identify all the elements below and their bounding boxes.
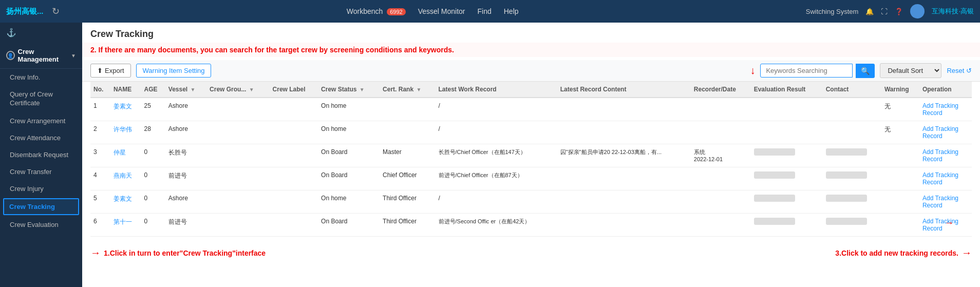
fullscreen-icon[interactable]: ⛶ [881,8,888,15]
col-latest-content: Latest Record Content [557,82,691,98]
cell-warning [881,144,919,167]
annotation-banner: 2. If there are many documents, you can … [82,43,980,57]
sort-select[interactable]: Default Sort [880,63,941,78]
cell-crew-label [270,167,318,190]
keywords-search-input[interactable] [760,64,853,78]
crew-name-link[interactable]: 姜素文 [114,195,132,202]
cell-no: 1 [90,98,110,121]
sidebar-item-crew-transfer[interactable]: Crew Transfer [0,163,82,180]
cell-crew-group [206,121,270,144]
search-area: ↓ 🔍 [750,64,875,78]
sidebar-item-crew-evaluation[interactable]: Crew Evaluation [0,216,82,233]
arrow-down-annotation: ↓ [750,65,755,76]
cell-latest-content [557,167,691,190]
cell-cert-rank: Chief Officer [380,167,435,190]
cell-crew-label [270,121,318,144]
table-header-row: No. NAME AGE Vessel ▼ Crew Grou... ▼ Cre… [90,82,972,98]
table-row: 4 燕南天 0 前进号 On Board Chief Officer 前进号/C… [90,167,972,190]
sidebar-item-crew-injury[interactable]: Crew Injury [0,180,82,197]
reset-button[interactable]: Reset ↺ [947,67,972,74]
cell-name: 燕南天 [110,167,141,190]
cell-name: 仲星 [110,144,141,167]
nav-vessel-monitor[interactable]: Vessel Monitor [418,7,465,15]
cell-crew-group [206,214,270,237]
cell-operation: Add TrackingRecord [919,144,972,167]
table-row: 1 姜素文 25 Ashore On home / 无 [90,98,972,121]
cell-crew-status: On Board [318,167,380,190]
col-age: AGE [141,82,165,98]
blurred-contact [826,171,867,179]
col-warning: Warning [881,82,919,98]
cell-eval-result [751,214,823,237]
cell-vessel: 长胜号 [165,144,206,167]
search-button[interactable]: 🔍 [856,64,875,78]
add-tracking-record-button[interactable]: Add TrackingRecord [922,102,958,117]
annotation-add-text: 3.Click to add new tracking records. [835,249,958,257]
nav-help[interactable]: Help [504,7,519,15]
cell-recorder-date: 系统2022-12-01 [691,144,751,167]
cell-no: 6 [90,214,110,237]
annotation-click-text: 1.Click in turn to enter"Crew Tracking"i… [104,249,266,257]
warning-item-setting-button[interactable]: Warning Item Setting [136,64,212,78]
col-cert-rank: Cert. Rank ▼ [380,82,435,98]
cell-recorder-date [691,214,751,237]
export-button[interactable]: ⬆ Export [90,64,131,78]
sidebar-item-disembark-request[interactable]: Disembark Request [0,146,82,163]
sidebar-crew-management[interactable]: 👤 Crew Management ▼ [0,43,82,69]
blurred-contact [826,195,867,202]
add-tracking-record-button-last[interactable]: Add TrackingRecord → [922,218,958,232]
user-icon: 👤 [6,51,15,60]
back-button[interactable]: ↻ [52,6,60,17]
cell-warning [881,167,919,190]
main-layout: ⚓ 👤 Crew Management ▼ Crew Info. Query o… [0,23,980,287]
cell-latest-content [557,98,691,121]
cell-cert-rank [380,121,435,144]
bell-icon[interactable]: 🔔 [865,8,874,15]
add-tracking-record-button[interactable]: Add TrackingRecord [922,125,958,140]
blurred-eval [754,171,795,179]
cell-cert-rank: Third Officer [380,214,435,237]
sidebar-item-crew-info[interactable]: Crew Info. [0,69,82,86]
cell-vessel: 前进号 [165,214,206,237]
add-tracking-record-button[interactable]: Add TrackingRecord [922,171,958,186]
crew-name-link[interactable]: 燕南天 [114,172,132,179]
main-content: Crew Tracking 2. If there are many docum… [82,23,980,287]
blurred-eval [754,195,795,202]
page-title: Crew Tracking [82,23,980,43]
col-no: No. [90,82,110,98]
cell-crew-label [270,98,318,121]
nav-find[interactable]: Find [478,7,492,15]
add-tracking-record-button[interactable]: Add TrackingRecord [922,148,958,163]
cell-age: 28 [141,121,165,144]
blurred-eval [754,148,795,156]
sidebar-item-crew-tracking[interactable]: Crew Tracking [3,198,79,215]
cell-operation: Add TrackingRecord → [919,214,972,237]
cell-warning [881,214,919,237]
sidebar-item-crew-attendance[interactable]: Crew Attendance [0,129,82,146]
sidebar-item-query-crew-cert[interactable]: Query of Crew Certificate [0,86,82,112]
cell-crew-group [206,144,270,167]
sidebar: ⚓ 👤 Crew Management ▼ Crew Info. Query o… [0,23,82,287]
sidebar-item-crew-arrangement[interactable]: Crew Arrangement [0,112,82,129]
col-name: NAME [110,82,141,98]
question-icon[interactable]: ❓ [895,8,903,15]
col-contact: Contact [823,82,881,98]
brand-logo: 扬州高银... [6,7,44,16]
crew-name-link[interactable]: 姜素文 [114,103,132,110]
cell-crew-group [206,98,270,121]
crew-name-link[interactable]: 仲星 [114,149,126,156]
crew-name-link[interactable]: 第十一 [114,218,132,225]
nav-workbench[interactable]: Workbench 6992 [347,7,406,15]
switch-system-button[interactable]: Switching System [806,8,859,15]
sidebar-header-label: Crew Management [18,48,71,63]
col-vessel: Vessel ▼ [165,82,206,98]
cell-no: 4 [90,167,110,190]
chevron-down-icon: ▼ [71,53,76,59]
cell-crew-status: On home [318,121,380,144]
add-tracking-record-button[interactable]: Add TrackingRecord [922,195,958,209]
table-row: 6 第十一 0 前进号 On Board Third Officer 前进号/S… [90,214,972,237]
crew-name-link[interactable]: 许华伟 [114,126,132,133]
cell-no: 2 [90,121,110,144]
cell-contact [823,98,881,121]
cell-eval-result [751,98,823,121]
